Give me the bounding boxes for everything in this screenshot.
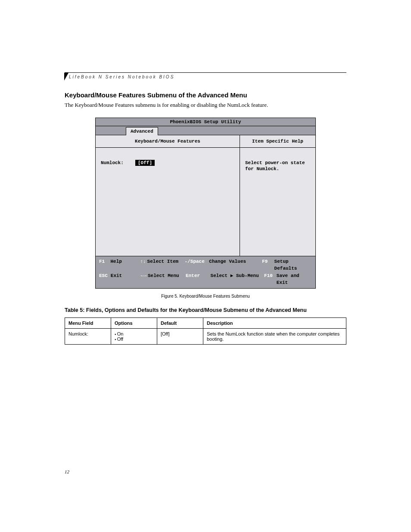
bios-help-panel: Item Specific Help Select power-on state… bbox=[240, 135, 315, 256]
action-help: Help bbox=[110, 258, 139, 272]
th-options: Options bbox=[111, 317, 157, 328]
header-mark-icon bbox=[64, 73, 68, 81]
action-setup-defaults: Setup Defaults bbox=[274, 258, 312, 272]
option-off: Off bbox=[115, 336, 153, 342]
key-updown[interactable]: ↑↓ bbox=[139, 258, 147, 272]
table-row: Numlock: On Off [Off] Sets the NumLock f… bbox=[65, 328, 346, 344]
page: LifeBook N Series Notebook BIOS Keyboard… bbox=[0, 0, 411, 532]
key-esc[interactable]: ESC bbox=[99, 272, 111, 286]
th-description: Description bbox=[203, 317, 346, 328]
numlock-row[interactable]: Numlock: [Off] bbox=[101, 160, 234, 166]
bios-menu-row: Advanced bbox=[96, 126, 315, 135]
key-f9[interactable]: F9 bbox=[262, 258, 274, 272]
running-header-text: LifeBook N Series Notebook BIOS bbox=[69, 75, 174, 79]
key-f10[interactable]: F10 bbox=[264, 272, 277, 286]
cell-options: On Off bbox=[111, 328, 157, 344]
key-enter[interactable]: Enter bbox=[186, 272, 210, 286]
option-on: On bbox=[115, 331, 153, 336]
table-header-row: Menu Field Options Default Description bbox=[65, 317, 346, 328]
table-caption: Table 5: Fields, Options and Defaults fo… bbox=[65, 307, 346, 313]
bios-left-panel: Keyboard/Mouse Features Numlock: [Off] bbox=[96, 135, 240, 256]
key-leftright[interactable]: ←→ bbox=[140, 272, 148, 286]
help-panel-heading: Item Specific Help bbox=[240, 135, 315, 148]
left-panel-heading: Keyboard/Mouse Features bbox=[96, 135, 240, 148]
section-title: Keyboard/Mouse Features Submenu of the A… bbox=[65, 91, 346, 99]
bios-title-bar: PhoenixBIOS Setup Utility bbox=[96, 118, 315, 126]
bios-body: Keyboard/Mouse Features Numlock: [Off] I… bbox=[96, 135, 315, 256]
footer-row-1: F1 Help ↑↓ Select Item -/Space Change Va… bbox=[99, 258, 312, 272]
numlock-label: Numlock: bbox=[101, 160, 135, 165]
cell-default: [Off] bbox=[157, 328, 203, 344]
bios-window: PhoenixBIOS Setup Utility Advanced Keybo… bbox=[95, 118, 316, 289]
cell-menu-field: Numlock: bbox=[65, 328, 111, 344]
tab-advanced[interactable]: Advanced bbox=[126, 127, 158, 135]
figure-caption: Figure 5. Keyboard/Mouse Features Submen… bbox=[65, 294, 346, 299]
bios-footer: F1 Help ↑↓ Select Item -/Space Change Va… bbox=[96, 256, 315, 288]
numlock-value[interactable]: [Off] bbox=[135, 160, 155, 166]
action-change-values: Change Values bbox=[209, 258, 262, 272]
footer-row-2: ESC Exit ←→ Select Menu Enter Select ▶ S… bbox=[99, 272, 312, 286]
action-select-item: Select Item bbox=[147, 258, 185, 272]
options-table: Menu Field Options Default Description N… bbox=[65, 317, 346, 345]
key-f1[interactable]: F1 bbox=[99, 258, 110, 272]
action-exit: Exit bbox=[111, 272, 140, 286]
action-select-submenu: Select ▶ Sub-Menu bbox=[211, 272, 265, 286]
page-number: 12 bbox=[65, 469, 69, 474]
section-intro: The Keyboard/Mouse Features submenu is f… bbox=[65, 101, 346, 109]
help-line: for Numlock. bbox=[245, 166, 310, 172]
th-menu-field: Menu Field bbox=[65, 317, 111, 328]
action-save-exit: Save and Exit bbox=[277, 272, 312, 286]
running-header: LifeBook N Series Notebook BIOS bbox=[65, 72, 346, 79]
th-default: Default bbox=[157, 317, 203, 328]
left-panel-content: Numlock: [Off] bbox=[96, 148, 240, 172]
help-line: Select power-on state bbox=[245, 160, 310, 166]
key-space[interactable]: -/Space bbox=[185, 258, 209, 272]
cell-description: Sets the NumLock function state when the… bbox=[203, 328, 346, 344]
action-select-menu: Select Menu bbox=[148, 272, 186, 286]
help-text: Select power-on state for Numlock. bbox=[240, 148, 315, 172]
